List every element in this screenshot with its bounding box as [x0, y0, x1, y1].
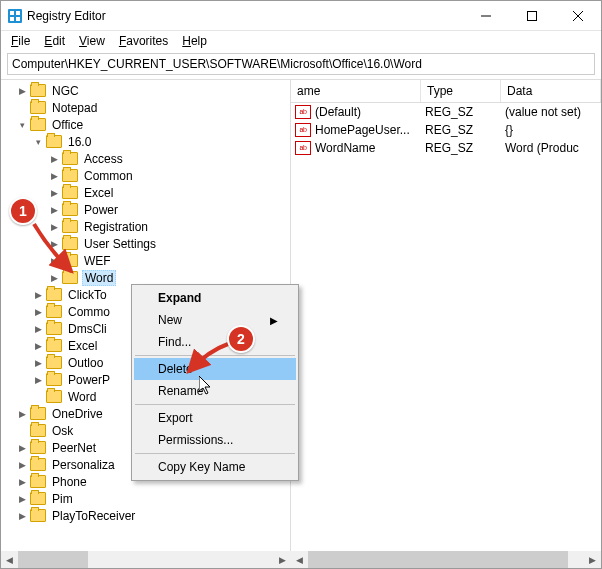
svg-rect-6	[528, 11, 537, 20]
chevron-right-icon[interactable]: ▶	[17, 476, 28, 487]
chevron-right-icon[interactable]: ▶	[49, 170, 60, 181]
list-row[interactable]: ab(Default)REG_SZ(value not set)	[291, 103, 601, 121]
app-icon	[7, 8, 23, 24]
folder-icon	[30, 492, 46, 505]
cell-name: WordName	[315, 141, 425, 155]
tree-label: Access	[82, 152, 125, 166]
ctx-permissions[interactable]: Permissions...	[134, 429, 296, 451]
chevron-right-icon[interactable]: ▶	[33, 323, 44, 334]
cell-name: HomePageUser...	[315, 123, 425, 137]
folder-icon	[46, 322, 62, 335]
tree-node[interactable]: ▶Pim	[17, 490, 290, 507]
cell-data: (value not set)	[505, 105, 601, 119]
col-data[interactable]: Data	[501, 80, 601, 102]
list-row[interactable]: abHomePageUser...REG_SZ{}	[291, 121, 601, 139]
tree-node[interactable]: ▾16.0	[33, 133, 290, 150]
svg-rect-3	[10, 17, 14, 21]
maximize-button[interactable]	[509, 1, 555, 31]
folder-icon	[46, 356, 62, 369]
close-button[interactable]	[555, 1, 601, 31]
tree-node[interactable]: ▾Office	[17, 116, 290, 133]
chevron-right-icon[interactable]: ▶	[49, 187, 60, 198]
menu-help[interactable]: Help	[176, 32, 213, 50]
address-bar[interactable]: Computer\HKEY_CURRENT_USER\SOFTWARE\Micr…	[7, 53, 595, 75]
tree-node[interactable]: ▶Power	[49, 201, 290, 218]
chevron-right-icon[interactable]: ▶	[49, 204, 60, 215]
chevron-down-icon[interactable]: ▾	[33, 136, 44, 147]
chevron-right-icon[interactable]: ▶	[17, 408, 28, 419]
cell-name: (Default)	[315, 105, 425, 119]
scroll-right-icon[interactable]: ▶	[274, 551, 291, 568]
scroll-left-icon[interactable]: ◀	[291, 551, 308, 568]
folder-icon	[46, 135, 62, 148]
col-name[interactable]: ame	[291, 80, 421, 102]
svg-rect-4	[16, 17, 20, 21]
menu-edit[interactable]: Edit	[38, 32, 71, 50]
menu-view[interactable]: View	[73, 32, 111, 50]
folder-icon	[46, 390, 62, 403]
menu-bar: File Edit View Favorites Help	[1, 31, 601, 51]
folder-icon	[30, 475, 46, 488]
menu-file[interactable]: File	[5, 32, 36, 50]
chevron-right-icon[interactable]: ▶	[33, 374, 44, 385]
menu-favorites[interactable]: Favorites	[113, 32, 174, 50]
annotation-badge-1: 1	[9, 197, 37, 225]
chevron-right-icon[interactable]: ▶	[17, 493, 28, 504]
folder-icon	[46, 305, 62, 318]
window-title: Registry Editor	[23, 9, 463, 23]
ctx-new-label: New	[158, 313, 182, 327]
folder-icon	[30, 407, 46, 420]
ctx-new[interactable]: New▶	[134, 309, 296, 331]
folder-icon	[62, 152, 78, 165]
list-row[interactable]: abWordNameREG_SZWord (Produc	[291, 139, 601, 157]
tree-node[interactable]: ▶NGC	[17, 82, 290, 99]
hscrollbar-tree[interactable]: ◀▶	[1, 551, 291, 568]
tree-label: User Settings	[82, 237, 158, 251]
tree-label: Registration	[82, 220, 150, 234]
cell-data: Word (Produc	[505, 141, 601, 155]
chevron-right-icon[interactable]: ▶	[17, 510, 28, 521]
cursor-icon	[199, 376, 213, 396]
tree-label: PowerP	[66, 373, 112, 387]
tree-node[interactable]: Notepad	[17, 99, 290, 116]
tree-label: PeerNet	[50, 441, 98, 455]
tree-label: Word	[66, 390, 98, 404]
separator	[135, 404, 295, 405]
folder-icon	[30, 509, 46, 522]
chevron-right-icon[interactable]: ▶	[49, 153, 60, 164]
ctx-export[interactable]: Export	[134, 407, 296, 429]
tree-label: Excel	[82, 186, 115, 200]
scroll-right-icon[interactable]: ▶	[584, 551, 601, 568]
annotation-badge-2: 2	[227, 325, 255, 353]
chevron-right-icon[interactable]: ▶	[17, 459, 28, 470]
ctx-copy-key-name[interactable]: Copy Key Name	[134, 456, 296, 478]
col-type[interactable]: Type	[421, 80, 501, 102]
ctx-expand[interactable]: Expand	[134, 287, 296, 309]
chevron-right-icon[interactable]: ▶	[33, 340, 44, 351]
tree-node[interactable]: ▶Registration	[49, 218, 290, 235]
string-value-icon: ab	[295, 123, 311, 137]
chevron-right-icon[interactable]: ▶	[33, 357, 44, 368]
scroll-left-icon[interactable]: ◀	[1, 551, 18, 568]
chevron-right-icon[interactable]: ▶	[17, 85, 28, 96]
chevron-right-icon[interactable]: ▶	[33, 306, 44, 317]
folder-icon	[62, 169, 78, 182]
chevron-right-icon[interactable]: ▶	[33, 289, 44, 300]
folder-icon	[30, 458, 46, 471]
hscrollbar-list[interactable]: ◀▶	[291, 551, 601, 568]
values-pane[interactable]: ame Type Data ab(Default)REG_SZ(value no…	[291, 80, 601, 568]
tree-label: Notepad	[50, 101, 99, 115]
cell-type: REG_SZ	[425, 105, 505, 119]
tree-node[interactable]: ▶Excel	[49, 184, 290, 201]
minimize-button[interactable]	[463, 1, 509, 31]
chevron-right-icon[interactable]: ▶	[17, 442, 28, 453]
tree-label: NGC	[50, 84, 81, 98]
tree-node[interactable]: ▶User Settings	[49, 235, 290, 252]
chevron-down-icon[interactable]: ▾	[17, 119, 28, 130]
tree-node[interactable]: ▶PlayToReceiver	[17, 507, 290, 524]
tree-node[interactable]: ▶Access	[49, 150, 290, 167]
tree-node[interactable]: ▶WEF	[49, 252, 290, 269]
ctx-rename[interactable]: Rename	[134, 380, 296, 402]
tree-node[interactable]: ▶Common	[49, 167, 290, 184]
cell-type: REG_SZ	[425, 141, 505, 155]
